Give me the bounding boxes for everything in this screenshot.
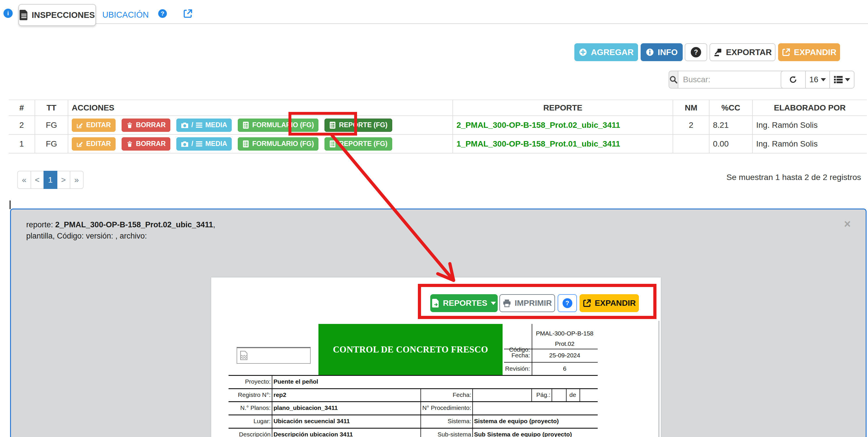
- header-elaborado[interactable]: ELABORADO POR: [752, 100, 867, 115]
- exportar-button[interactable]: EXPORTAR: [710, 43, 775, 61]
- list-icon: [834, 76, 843, 84]
- document-icon: [20, 10, 28, 20]
- pag-label: Pág.:: [511, 388, 551, 401]
- slash-glyph: /: [191, 140, 193, 148]
- records-summary: Se muestran 1 hasta 2 de 2 registros: [726, 173, 861, 182]
- info-button[interactable]: INFO: [641, 43, 683, 61]
- reporte-label: REPORTE (FG): [339, 140, 387, 148]
- sistema-label: Sistema:: [421, 414, 471, 428]
- external-link-icon[interactable]: [183, 9, 193, 19]
- borrar-button[interactable]: BORRAR: [122, 137, 170, 151]
- info-icon-glyph: i: [7, 10, 9, 17]
- highlight-rect-reporte-button: [288, 112, 357, 136]
- refresh-button[interactable]: [781, 71, 805, 88]
- doc-title-banner: CONTROL DE CONCRETO FRESCO: [318, 324, 503, 375]
- broken-image-icon: [240, 351, 248, 360]
- report-panel-text: reporte: 2_PMAL_300-OP-B-158_Prot.02_ubi…: [26, 219, 215, 242]
- expandir-label: EXPANDIR: [794, 48, 837, 57]
- procedimiento-label: N° Procedimiento:: [421, 401, 471, 414]
- reporte-button[interactable]: REPORTE (FG): [324, 137, 392, 151]
- cell-cc: 0.00: [709, 135, 752, 153]
- camera-icon: [181, 122, 188, 129]
- page-first-button[interactable]: «: [17, 171, 31, 189]
- reporte-link[interactable]: 2_PMAL_300-OP-B-158_Prot.02_ubic_3411: [457, 121, 620, 130]
- doc-divider: [504, 362, 598, 362]
- editar-label: EDITAR: [86, 140, 111, 148]
- cell-tt: FG: [35, 116, 68, 134]
- borrar-label: BORRAR: [136, 140, 166, 148]
- page-next-button[interactable]: >: [57, 171, 71, 189]
- header-acciones: ACCIONES: [68, 100, 453, 115]
- borrar-button[interactable]: BORRAR: [122, 119, 170, 132]
- report-panel: reporte: 2_PMAL_300-OP-B-158_Prot.02_ubi…: [10, 208, 867, 437]
- codigo-value-line1: PMAL-300-OP-B-158: [532, 330, 598, 337]
- cell-actions: EDITAR BORRAR / MEDIA FORMULARIO (FG) RE…: [68, 135, 453, 153]
- media-button[interactable]: / MEDIA: [176, 119, 232, 132]
- form-icon: [329, 140, 336, 148]
- header-cc[interactable]: %CC: [709, 100, 752, 115]
- doc-divider: [580, 388, 580, 401]
- header-reporte[interactable]: REPORTE: [453, 100, 673, 115]
- header-num[interactable]: #: [9, 100, 35, 115]
- tab-ubicacion-label: UBICACIÓN: [102, 10, 149, 19]
- proyecto-label: Proyecto:: [228, 375, 271, 388]
- search-input[interactable]: [678, 71, 792, 89]
- pencil-square-icon: [76, 122, 83, 129]
- editar-label: EDITAR: [86, 121, 111, 129]
- editar-button[interactable]: EDITAR: [72, 119, 116, 132]
- cell-nm: 2: [673, 116, 709, 134]
- doc-divider: [532, 324, 532, 375]
- page-1-button[interactable]: 1: [43, 171, 57, 189]
- preview-scrollbar[interactable]: [658, 321, 659, 437]
- expand-icon: [782, 48, 790, 57]
- reporte-link[interactable]: 1_PMAL_300-OP-B-158_Prot.01_ubic_3411: [457, 139, 620, 149]
- formulario-button[interactable]: FORMULARIO (FG): [238, 137, 318, 151]
- cell-num: 2: [9, 116, 35, 134]
- header-nm[interactable]: NM: [673, 100, 709, 115]
- media-button[interactable]: / MEDIA: [176, 137, 232, 151]
- help-button[interactable]: ?: [685, 43, 707, 61]
- cell-tt: FG: [35, 135, 68, 153]
- subsistema-value: Sub Sistema de equipo (proyecto): [474, 428, 572, 437]
- highlight-rect-preview-toolbar: [418, 284, 656, 319]
- help-icon[interactable]: ?: [158, 9, 167, 18]
- fecha-value: 25-09-2024: [532, 349, 598, 362]
- revision-value: 6: [532, 362, 598, 375]
- descripcion-label: Descripción: [228, 428, 271, 437]
- info-button-label: INFO: [658, 48, 678, 57]
- subsistema-label: Sub-sistema: [421, 428, 471, 437]
- cell-reporte: 1_PMAL_300-OP-B-158_Prot.01_ubic_3411: [453, 135, 673, 153]
- report-panel-line2: plantilla, Código: versión: , archivo:: [26, 231, 215, 242]
- tab-ubicacion[interactable]: UBICACIÓN: [102, 10, 149, 20]
- inspections-table: # TT ACCIONES REPORTE NM %CC ELABORADO P…: [9, 99, 867, 153]
- table-row: 1 FG EDITAR BORRAR / MEDIA FORMULARIO (F…: [9, 135, 867, 153]
- formulario-label: FORMULARIO (FG): [252, 140, 314, 148]
- sistema-value: Sistema de equipo (proyecto): [474, 414, 559, 428]
- tab-inspecciones-label: INSPECCIONES: [32, 10, 95, 20]
- editar-button[interactable]: EDITAR: [72, 137, 116, 151]
- columns-dropdown[interactable]: [829, 71, 854, 88]
- borrar-label: BORRAR: [136, 121, 166, 129]
- info-icon[interactable]: i: [3, 9, 13, 18]
- descripcion-value: Descripción ubicacion 3411: [274, 428, 353, 437]
- page-prev-button[interactable]: <: [31, 171, 44, 189]
- registro-value: rep2: [274, 388, 286, 401]
- left-edge-tick: [9, 201, 11, 209]
- close-icon[interactable]: ×: [844, 218, 851, 230]
- header-tt[interactable]: TT: [35, 100, 68, 115]
- expandir-button[interactable]: EXPANDIR: [778, 43, 840, 61]
- agregar-button[interactable]: AGREGAR: [575, 43, 638, 61]
- media-label: MEDIA: [205, 121, 227, 129]
- cell-reporte: 2_PMAL_300-OP-B-158_Prot.02_ubic_3411: [453, 116, 673, 134]
- form-icon: [242, 121, 249, 129]
- cell-cc: 8.21: [709, 116, 752, 134]
- cell-actions: EDITAR BORRAR / MEDIA FORMULARIO (FG) RE…: [68, 116, 453, 134]
- page-size-dropdown[interactable]: 16: [805, 71, 830, 88]
- doc-divider: [472, 388, 473, 437]
- cell-elaborado: Ing. Ramón Solis: [752, 135, 867, 153]
- page-last-button[interactable]: »: [70, 171, 84, 189]
- trash-icon: [126, 122, 133, 129]
- proyecto-value: Puente el peñol: [274, 375, 318, 388]
- tab-inspecciones[interactable]: INSPECCIONES: [19, 4, 96, 26]
- slash-glyph: /: [191, 121, 193, 129]
